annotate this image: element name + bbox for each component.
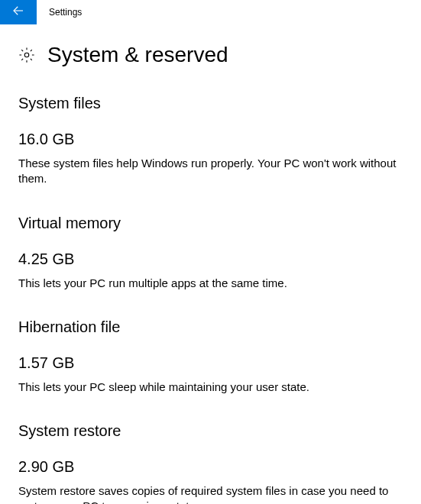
section-description: System restore saves copies of required … bbox=[18, 483, 400, 504]
section-value: 16.0 GB bbox=[18, 131, 403, 148]
section-virtual-memory: Virtual memory 4.25 GB This lets your PC… bbox=[18, 215, 403, 291]
svg-point-1 bbox=[24, 53, 29, 57]
page-title: System & reserved bbox=[47, 43, 228, 67]
section-description: These system files help Windows run prop… bbox=[18, 156, 400, 187]
section-title: Virtual memory bbox=[18, 215, 403, 232]
section-description: This lets your PC run multiple apps at t… bbox=[18, 276, 400, 291]
section-system-restore: System restore 2.90 GB System restore sa… bbox=[18, 422, 403, 504]
page-header: System & reserved bbox=[18, 43, 403, 67]
section-title: System files bbox=[18, 95, 403, 112]
section-description: This lets your PC sleep while maintainin… bbox=[18, 380, 400, 395]
section-value: 2.90 GB bbox=[18, 458, 403, 476]
back-arrow-icon bbox=[11, 4, 25, 21]
header-title: Settings bbox=[49, 7, 82, 18]
section-title: Hibernation file bbox=[18, 318, 403, 336]
section-value: 4.25 GB bbox=[18, 250, 403, 268]
section-hibernation-file: Hibernation file 1.57 GB This lets your … bbox=[18, 318, 403, 395]
section-system-files: System files 16.0 GB These system files … bbox=[18, 95, 403, 187]
content: System & reserved System files 16.0 GB T… bbox=[0, 43, 421, 504]
section-value: 1.57 GB bbox=[18, 354, 403, 372]
header-bar: Settings bbox=[0, 0, 421, 24]
section-title: System restore bbox=[18, 422, 403, 440]
gear-icon bbox=[18, 47, 35, 63]
back-button[interactable] bbox=[0, 0, 37, 24]
